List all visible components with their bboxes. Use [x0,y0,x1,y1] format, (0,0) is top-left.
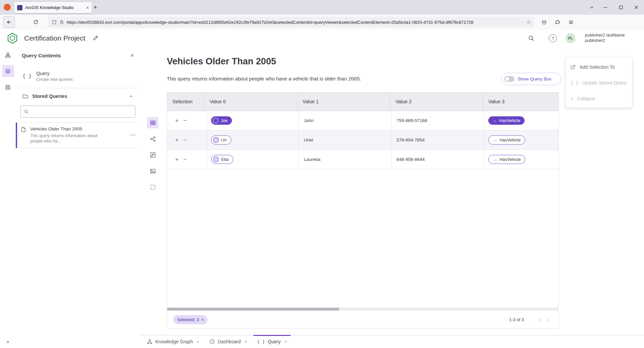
stored-queries-search-input[interactable] [31,109,132,115]
entity-dot-icon [213,137,219,143]
add-selection-icon [571,64,576,70]
content-tab-bar: Knowledge Graph × Dashboard × { } Query … [140,335,644,348]
tab-close-icon[interactable]: × [284,339,287,344]
extensions-puzzle-icon[interactable] [552,17,562,27]
tab-query[interactable]: { } Query × [252,335,292,348]
menu-item-add-selection-to[interactable]: Add Selection To [566,59,632,75]
toggle-label: Show Query Box [517,76,551,81]
url-bar[interactable]: https://dev0028833.esri.com/portal/apps/… [48,17,534,27]
next-page-button[interactable]: › [544,316,552,323]
results-table: Selection Value 0 Value 1 Value 2 Value … [167,92,559,329]
panel-title: Query Contents [22,53,131,59]
cell-phone: 578-654-7854 [392,130,484,150]
selected-count-chip[interactable]: Selected: 3 × [173,315,207,324]
braces-icon: { } [22,73,32,79]
tab-knowledge-graph[interactable]: Knowledge Graph × [142,335,204,348]
edit-title-pencil-icon[interactable] [93,35,99,41]
cell-phone: 759-889-57168 [392,111,484,130]
add-to-selection-button[interactable]: + [175,157,179,162]
list-tabs-icon[interactable] [586,2,598,13]
pocket-save-icon[interactable] [539,17,549,27]
query-item-label: Query [36,71,72,76]
new-tab-button[interactable]: + [91,3,100,12]
new-query-item[interactable]: { } Query Create new queries [16,64,140,88]
window-minimize-button[interactable] [598,0,613,15]
remove-from-selection-button[interactable]: − [183,118,187,123]
help-icon[interactable]: ? [547,33,558,44]
stored-queries-header[interactable]: Stored Queries [16,88,140,104]
horizontal-scrollbar[interactable] [167,307,558,311]
bookmark-star-icon[interactable]: ☆ [527,19,531,25]
item-more-options-icon[interactable]: ⋯ [130,131,136,138]
rail-item-save[interactable] [0,79,16,95]
back-button[interactable] [3,16,15,28]
knowledge-graph-icon [147,339,152,344]
app-header: Certification Project ? PL publisher2 la… [0,30,644,47]
search-icon [24,109,29,114]
tab-favicon-icon [17,5,22,10]
arrow-right-icon: → [493,157,497,162]
remove-from-selection-button[interactable]: − [183,137,187,143]
search-icon[interactable] [526,33,537,44]
map-view-button[interactable] [147,149,158,161]
stored-queries-search[interactable] [20,106,135,118]
tab-dashboard[interactable]: Dashboard × [204,335,252,348]
entity-pill[interactable]: Etta [211,155,233,164]
add-to-selection-button[interactable]: + [175,118,179,123]
braces-icon: { } [257,339,265,344]
window-maximize-button[interactable] [613,0,629,15]
entity-dot-icon [213,118,218,123]
column-header-value2: Value 2 [390,93,483,111]
stored-query-description: This query returns information about peo… [30,133,100,144]
entity-pill[interactable]: Uri [211,135,231,144]
rail-item-layers[interactable] [0,63,16,79]
panel-close-icon[interactable]: × [131,52,134,59]
column-header-selection: Selection [167,93,204,111]
toggle-switch [504,76,514,82]
menu-hamburger-icon[interactable] [566,17,576,27]
menu-item-update-stored-query[interactable]: { } Update Stored Query [566,75,632,91]
arrow-right-icon: → [493,137,497,142]
relationship-pill[interactable]: → HasVehicle [488,135,526,144]
table-view-button[interactable] [147,117,158,128]
project-title: Certification Project [24,30,85,47]
lock-icon[interactable] [59,20,64,24]
stored-query-title: Vehicles Older Than 2005 [30,126,100,131]
table-row: + − Joe John 759-889-57168 → HasVehicle [167,111,558,130]
query-contents-panel: Query Contents × { } Query Create new qu… [16,47,140,348]
tab-close-icon[interactable]: × [86,5,89,10]
window-close-button[interactable] [629,0,644,15]
braces-icon: { } [571,80,578,85]
expand-rail-button[interactable]: » [0,337,16,346]
scrollbar-thumb[interactable] [167,308,339,310]
query-viewer: Vehicles Older Than 2005 This query retu… [140,47,644,348]
view-toolbar [147,117,158,197]
link-chart-view-button[interactable] [147,133,158,144]
menu-item-collapse[interactable]: » Collapse [566,91,632,106]
relationship-pill[interactable]: → HasVehicle [488,116,525,125]
selection-tools-button[interactable] [147,181,158,193]
show-query-box-toggle[interactable]: Show Query Box [501,73,561,85]
rail-item-data-model[interactable] [0,47,16,63]
user-name-line2: publisher2 [585,38,636,43]
stored-query-item[interactable]: Vehicles Older Than 2005 This query retu… [16,122,140,148]
chart-view-button[interactable] [147,165,158,177]
dashboard-icon [209,339,215,344]
tracking-shield-icon[interactable] [52,20,57,25]
entity-pill[interactable]: Joe [211,116,232,125]
clear-selection-icon[interactable]: × [201,317,204,322]
browser-tab[interactable]: ArcGIS Knowledge Studio × [14,2,92,13]
tab-close-icon[interactable]: × [197,339,199,344]
add-to-selection-button[interactable]: + [175,137,179,143]
user-name-line1: publisher2 lastName [585,33,636,38]
remove-from-selection-button[interactable]: − [183,157,187,162]
reload-button[interactable] [30,17,41,27]
tab-close-icon[interactable]: × [244,339,247,344]
chevron-up-icon[interactable] [129,94,133,99]
query-description: This query returns information about peo… [167,76,361,81]
relationship-pill[interactable]: → HasVehicle [488,155,526,164]
user-avatar[interactable]: PL [565,33,576,43]
query-title: Vehicles Older Than 2005 [167,56,276,67]
firefox-icon[interactable] [4,4,11,11]
previous-page-button[interactable]: ‹ [536,316,544,323]
